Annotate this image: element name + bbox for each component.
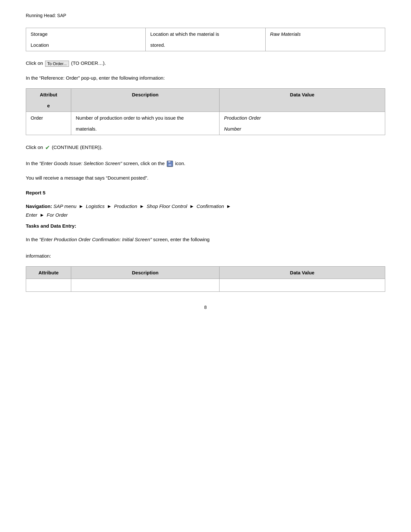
running-head: Running Head: SAP [26,13,385,18]
order-desc-cell: Number of production order to which you … [71,112,220,135]
checkmark-icon: ✔ [45,143,50,153]
navigation-paragraph: Navigation: SAP menu ► Logistics ► Produ… [26,202,385,219]
nav-arrow-0: ► [79,203,83,209]
confirmation-table: Attribute Description Data Value [26,266,385,292]
table-header-row: Attribute Description Data Value [26,267,385,279]
nav-arrow-4: ► [226,203,231,209]
raw-materials-cell: Raw Materials [265,28,385,51]
nav-item-1: Logistics [86,203,104,209]
table-row: Order Number of production order to whic… [26,112,385,135]
svg-rect-3 [169,161,170,163]
nav-item-3: Shop Floor Control [147,203,187,209]
page-number: 8 [26,305,385,310]
nav-item-5: Enter [26,212,37,218]
production-order-value: Production Order Number [224,115,261,132]
storage-location-table: Storage Location Location at which the m… [26,28,385,51]
header-description: Description [71,89,220,112]
reference-order-table: Attribut e Description Data Value Order … [26,88,385,135]
nav-arrow-1: ► [107,203,112,209]
nav-item-2: Production [114,203,137,209]
tasks-intro-paragraph: In the "Enter Production Order Confirmat… [26,235,385,260]
to-order-paragraph: Click on To Order... (TO ORDER…). [26,59,385,67]
continue-paragraph: Click on ✔ (CONTINUE (ENTER)). [26,143,385,153]
description-cell: Location at which the material is stored… [146,28,265,51]
continue-suffix: (CONTINUE (ENTER)). [52,144,103,150]
document-posted-paragraph: You will receive a message that says “Do… [26,174,385,182]
empty-cell-2 [71,279,220,292]
to-order-button[interactable]: To Order... [45,61,69,67]
navigation-label: Navigation: [26,203,52,209]
nav-item-6: For Order [47,212,68,218]
empty-cell-3 [220,279,385,292]
table-row-empty [26,279,385,292]
popup-intro-text: In the “Reference: Order” pop-up, enter … [26,75,165,81]
nav-arrow-5: ► [40,212,44,218]
nav-item-4: Confirmation [197,203,224,209]
header-description: Description [71,267,220,279]
popup-intro-paragraph: In the “Reference: Order” pop-up, enter … [26,74,385,82]
header-data-value: Data Value [220,267,385,279]
document-posted-text: You will receive a message that says “Do… [26,175,148,181]
nav-item-0: SAP menu [54,203,76,209]
order-attr-cell: Order [26,112,71,135]
click-on-label: Click on [26,60,43,66]
goods-issue-icon-suffix: icon. [175,161,185,166]
header-attribute: Attribute [26,267,71,279]
tasks-heading: Tasks and Data Entry: [26,222,385,230]
save-disk-icon [167,161,173,167]
nav-arrow-3: ► [190,203,194,209]
svg-rect-2 [168,164,171,166]
empty-cell-1 [26,279,71,292]
table-row: Storage Location Location at which the m… [26,28,385,51]
goods-issue-text: In the "Enter Goods Issue: Selection Scr… [26,161,166,166]
order-value-cell: Production Order Number [220,112,385,135]
tasks-intro-text: In the "Enter Production Order Confirmat… [26,237,210,259]
header-attribute: Attribut e [26,89,71,112]
to-order-suffix: (TO ORDER…). [71,60,106,66]
continue-prefix: Click on [26,144,43,150]
header-data-value: Data Value [220,89,385,112]
storage-location-cell: Storage Location [26,28,146,51]
goods-issue-paragraph: In the "Enter Goods Issue: Selection Scr… [26,159,385,168]
report5-heading: Report 5 [26,189,385,197]
nav-arrow-2: ► [140,203,144,209]
table-header-row: Attribut e Description Data Value [26,89,385,112]
